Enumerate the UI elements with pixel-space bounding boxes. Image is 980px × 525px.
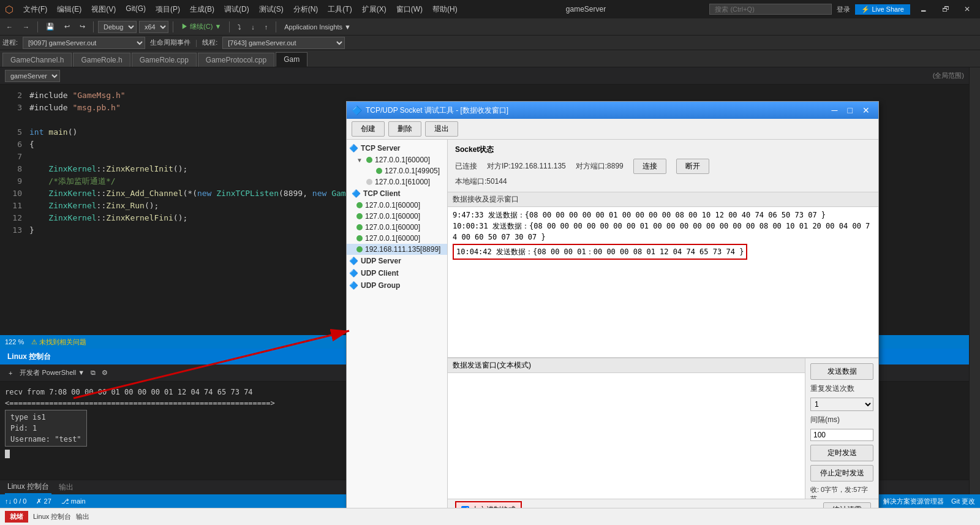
forward-button[interactable]: → (19, 22, 33, 32)
tree-group-udp-server: 🔷 UDP Server (347, 255, 447, 267)
menu-file[interactable]: 文件(F) (18, 3, 52, 16)
tree-item-192-8899[interactable]: 192.168.111.135[8899] (347, 244, 447, 255)
menu-analyze[interactable]: 分析(N) (288, 3, 323, 16)
stop-timed-button[interactable]: 停止定时发送 (810, 465, 873, 482)
continue-button[interactable]: ▶ 继续(C) ▼ (178, 21, 225, 32)
menu-window[interactable]: 窗口(W) (391, 3, 428, 16)
connection-dot (356, 224, 363, 230)
recv-content[interactable]: 9:47:33 发送数据：{08 00 00 00 00 00 01 00 00… (448, 207, 878, 357)
tree-item-client-60000-3[interactable]: 127.0.0.1[60000] (347, 222, 447, 233)
tree-item-127-61000[interactable]: 127.0.0.1[61000] (347, 176, 447, 187)
taskbar-linux-console[interactable]: Linux 控制台 (33, 512, 71, 521)
live-share-button[interactable]: ⚡ Live Share (855, 4, 910, 15)
tab-gamechannel[interactable]: GameChannel.h (2, 53, 72, 67)
send-buttons: 发送数据 重复发送次数 1 间隔(ms) 定时发送 停止定时发送 收: 0字节，… (805, 358, 878, 499)
tree-item-label: 127.0.0.1[60000] (365, 212, 420, 221)
tree-item-127-49905[interactable]: 127.0.0.1[49905] (347, 165, 447, 176)
exit-button[interactable]: 退出 (425, 121, 458, 137)
connection-dot (366, 179, 372, 185)
send-data-button[interactable]: 发送数据 (810, 363, 873, 380)
back-button[interactable]: ← (2, 22, 17, 32)
minimize-button[interactable]: 🗕 (915, 4, 932, 15)
dialog-toolbar: 创建 删除 退出 (347, 119, 878, 140)
tab-gam[interactable]: Gam (276, 52, 307, 67)
expand-icon (356, 179, 364, 186)
disconnect-button[interactable]: 断开 (676, 159, 709, 174)
step-over-button[interactable]: ⤵ (234, 22, 245, 32)
title-bar: ⬡ 文件(F) 编辑(E) 视图(V) Git(G) 项目(P) 生成(B) 调… (0, 0, 980, 18)
menu-extensions[interactable]: 扩展(X) (357, 3, 391, 16)
step-out-button[interactable]: ↑ (261, 22, 272, 32)
tab-gamerole-h[interactable]: GameRole.h (73, 53, 130, 67)
timed-send-button[interactable]: 定时发送 (810, 445, 873, 461)
line-num (5, 114, 22, 126)
connection-dot (356, 246, 363, 252)
dialog-minimize-button[interactable]: ─ (828, 105, 842, 115)
search-box[interactable] (709, 4, 832, 15)
line-num: 7 (5, 151, 22, 163)
dialog-maximize-button[interactable]: □ (844, 105, 856, 115)
repeat-select[interactable]: 1 (810, 398, 873, 411)
maximize-button[interactable]: 🗗 (937, 4, 954, 15)
tree-item-client-60000-4[interactable]: 127.0.0.1[60000] (347, 233, 447, 244)
tab-output[interactable]: 输出 (56, 481, 76, 494)
process-select[interactable]: [9097] gameServer.out (23, 37, 145, 49)
copy-icon[interactable]: ⧉ (91, 369, 96, 377)
menu-tools[interactable]: 工具(T) (323, 3, 356, 16)
create-button[interactable]: 创建 (352, 121, 385, 137)
send-textarea[interactable] (448, 373, 805, 499)
connection-dot (366, 157, 372, 163)
menu-view[interactable]: 视图(V) (86, 3, 121, 16)
delete-button[interactable]: 删除 (388, 121, 421, 137)
send-area: 数据发送窗口(文本模式) 发送数据 重复发送次数 1 间隔(ms) 定时发送 (448, 358, 878, 499)
menu-edit[interactable]: 编辑(E) (52, 3, 86, 16)
tree-item-label: 127.0.0.1[49905] (385, 167, 440, 175)
tree-item-client-60000-2[interactable]: 127.0.0.1[60000] (347, 211, 447, 222)
recv-line: 9:47:33 发送数据：{08 00 00 00 00 00 01 00 00… (453, 210, 873, 221)
connect-button[interactable]: 连接 (633, 159, 666, 174)
solution-explorer-link[interactable]: 解决方案资源管理器 (883, 497, 944, 506)
taskbar-output[interactable]: 输出 (76, 512, 89, 521)
dialog-close-button[interactable]: ✕ (859, 105, 873, 115)
settings-icon[interactable]: ⚙ (102, 369, 108, 377)
tree-item-client-60000-1[interactable]: 127.0.0.1[60000] (347, 200, 447, 211)
process-bar: 进程: [9097] gameServer.out 生命周期事件 | 线程: [… (0, 36, 980, 50)
tab-gamerole-cpp[interactable]: GameRole.cpp (132, 53, 197, 67)
file-select[interactable]: gameServer (5, 70, 60, 82)
app-insights-button[interactable]: Application Insights ▼ (281, 22, 355, 32)
warning-status: ⚠ 未找到相关问题 (31, 338, 86, 347)
redo-button[interactable]: ↪ (76, 21, 89, 32)
login-button[interactable]: 登录 (837, 5, 850, 14)
interval-input[interactable] (810, 429, 873, 441)
menu-help[interactable]: 帮助(H) (428, 3, 462, 16)
menu-debug[interactable]: 调试(D) (219, 3, 254, 16)
line-num: 12 (5, 212, 22, 224)
menu-test[interactable]: 测试(S) (254, 3, 288, 16)
debug-mode-select[interactable]: Debug (98, 21, 137, 33)
terminal-line: Pid: 1 (10, 423, 81, 434)
menu-git[interactable]: Git(G) (121, 3, 151, 16)
menu-project[interactable]: 项目(P) (151, 3, 185, 16)
platform-select[interactable]: x64 (139, 21, 168, 33)
thread-select[interactable]: [7643] gameServer.out (222, 37, 345, 49)
separator-2 (93, 21, 94, 32)
step-into-button[interactable]: ↓ (247, 22, 258, 32)
tab-linux-console[interactable]: Linux 控制台 (5, 480, 51, 494)
tree-group-tcp-server: 🔷 TCP Server (347, 142, 447, 154)
line-num: 10 (5, 187, 22, 200)
tab-gameprotocol[interactable]: GameProtocol.cpp (198, 53, 274, 67)
connection-dot (376, 168, 382, 174)
tree-item-label: 127.0.0.1[60000] (375, 156, 430, 164)
terminal-cursor (5, 450, 10, 458)
expand-icon: ▼ (356, 157, 364, 164)
save-button[interactable]: 💾 (42, 21, 58, 32)
menu-build[interactable]: 生成(B) (185, 3, 219, 16)
close-button[interactable]: ✕ (959, 4, 975, 15)
add-terminal-button[interactable]: + (5, 368, 16, 378)
git-changes-link[interactable]: Git 更改 (951, 497, 975, 506)
tree-item-127-60000-root[interactable]: ▼ 127.0.0.1[60000] (347, 154, 447, 165)
undo-button[interactable]: ↩ (61, 21, 74, 32)
separator-3 (173, 21, 173, 32)
tree-group-tcp-client: 🔷 TCP Client (347, 187, 447, 200)
udp-client-icon: 🔷 (349, 269, 358, 278)
